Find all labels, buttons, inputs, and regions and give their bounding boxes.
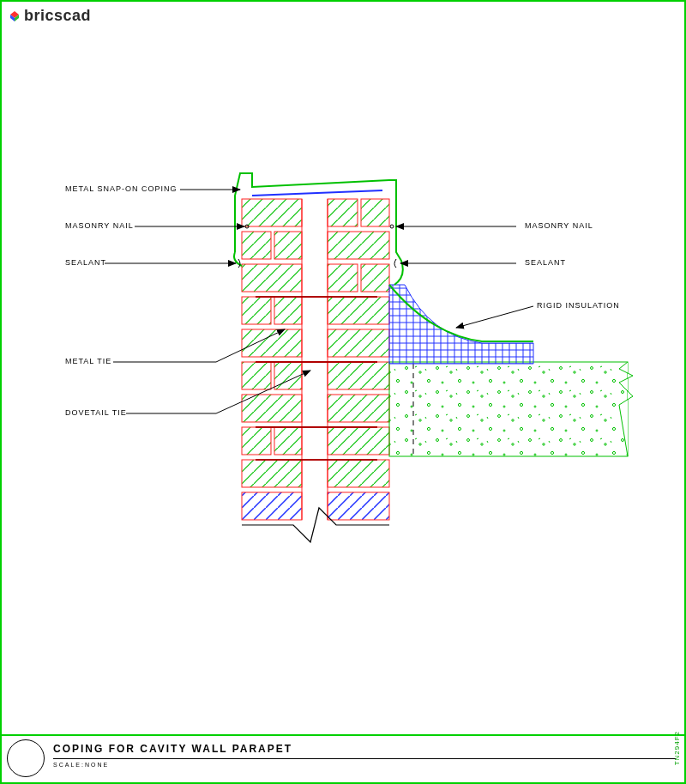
svg-rect-30	[328, 460, 389, 487]
svg-point-43	[390, 225, 394, 228]
drawing-canvas: METAL SNAP-ON COPING MASONRY NAIL SEALAN…	[2, 27, 684, 782]
svg-rect-18	[328, 297, 389, 324]
titleblock-rule	[53, 758, 676, 759]
drawing-title: COPING FOR CAVITY WALL PARAPET	[53, 743, 292, 755]
detail-bubble-icon	[7, 739, 45, 777]
rigid-insulation	[389, 285, 533, 364]
masonry	[242, 199, 389, 520]
svg-rect-31	[242, 492, 302, 520]
svg-rect-14	[328, 264, 358, 292]
svg-rect-20	[328, 329, 389, 357]
title-block: COPING FOR CAVITY WALL PARAPET SCALE:NON…	[2, 734, 684, 782]
bricscad-logo-icon	[9, 10, 21, 22]
svg-rect-13	[242, 264, 302, 292]
svg-rect-9	[361, 199, 389, 226]
page-frame: bricscad	[0, 0, 686, 784]
svg-rect-29	[242, 460, 302, 487]
svg-rect-32	[328, 492, 389, 520]
svg-rect-28	[328, 427, 389, 455]
roof-deck	[389, 362, 633, 456]
svg-rect-7	[242, 199, 302, 226]
label-dovetail-tie: DOVETAIL TIE	[65, 408, 127, 417]
svg-rect-23	[328, 362, 389, 389]
label-rigid-insulation: RIGID INSULATION	[537, 301, 620, 310]
cavity-lines	[302, 199, 328, 520]
svg-rect-17	[274, 297, 302, 324]
brand-text: bricscad	[24, 7, 91, 25]
svg-line-49	[456, 306, 533, 328]
svg-rect-11	[274, 232, 302, 259]
svg-rect-16	[242, 297, 271, 324]
svg-rect-25	[328, 395, 389, 422]
svg-rect-39	[389, 362, 628, 456]
svg-rect-8	[328, 199, 358, 226]
svg-rect-10	[242, 232, 271, 259]
drawing-scale: SCALE:NONE	[53, 762, 109, 768]
svg-rect-19	[242, 329, 302, 357]
drawing-code: TN294F2	[673, 731, 681, 765]
cad-svg	[2, 27, 684, 738]
label-masonry-nail-left: MASONRY NAIL	[65, 221, 134, 230]
svg-rect-24	[242, 395, 302, 422]
label-sealant-left: SEALANT	[65, 258, 106, 267]
label-metal-tie: METAL TIE	[65, 357, 111, 365]
svg-line-41	[252, 190, 382, 196]
app-header: bricscad	[9, 7, 91, 25]
svg-rect-26	[242, 427, 271, 455]
svg-rect-21	[242, 362, 271, 389]
svg-rect-15	[361, 264, 389, 292]
label-sealant-right: SEALANT	[525, 258, 566, 267]
label-metal-snap-on-coping: METAL SNAP-ON COPING	[65, 184, 178, 193]
svg-rect-12	[328, 232, 389, 259]
svg-rect-27	[274, 427, 302, 455]
label-masonry-nail-right: MASONRY NAIL	[525, 221, 593, 230]
